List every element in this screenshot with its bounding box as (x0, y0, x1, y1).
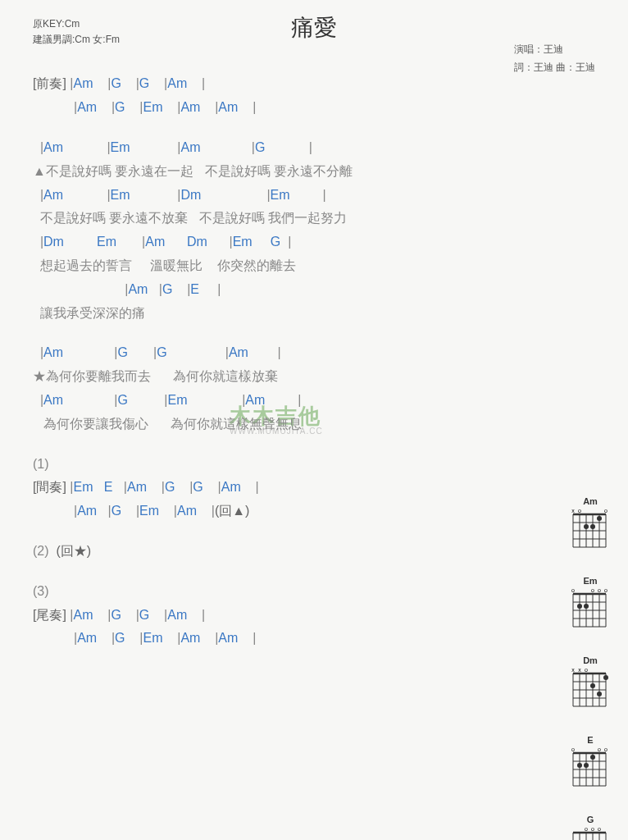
num-2-line: (2) (回★) (33, 540, 595, 564)
chord: Am (229, 345, 248, 359)
lyric: 溫暖無比 (150, 258, 203, 272)
section-2: (2) (回★) (33, 540, 595, 564)
chord: E (104, 480, 113, 494)
svg-point-16 (597, 516, 602, 521)
chord-diagram-g: G ooo (569, 815, 612, 840)
chord: E (190, 282, 199, 296)
chord: Am (77, 504, 97, 518)
verse-chords-3: |Dm Em |Am Dm |Em G | (33, 231, 595, 254)
chord: Em (143, 631, 162, 645)
lyric: 你突然的離去 (217, 258, 296, 272)
num-3: (3) (33, 580, 595, 604)
svg-point-65 (577, 763, 582, 768)
chord: Em (111, 140, 130, 154)
chord: G (193, 480, 203, 494)
chord: G (157, 345, 166, 359)
return-triangle: (回▲) (215, 504, 250, 518)
chord: G (111, 76, 121, 90)
svg-point-48 (590, 683, 595, 688)
intro-section: [前奏] |Am |G |G |Am | |Am |G |Em |Am |Am … (33, 72, 595, 120)
chord: Am (145, 235, 165, 249)
num-2: (2) (33, 544, 49, 558)
chord-diagram-e: E ooo (569, 735, 612, 792)
credits: 演唱：王迪 詞：王迪 曲：王迪 (514, 41, 595, 76)
chord: G (117, 345, 127, 359)
chord: Em (111, 188, 130, 202)
chord: G (139, 76, 149, 90)
lyric: 讓我承受深深的痛 (40, 306, 145, 320)
chorus-section: |Am |G |G |Am | ★為何你要離我而去 為何你就這樣放棄 |Am |… (33, 341, 595, 436)
fretboard-icon: ooo (569, 826, 610, 840)
chord: Am (74, 608, 93, 622)
svg-text:o: o (585, 826, 588, 832)
song-title: 痛愛 (291, 12, 337, 43)
chord: G (115, 100, 125, 114)
num-1: (1) (33, 453, 595, 477)
chord: G (271, 235, 280, 249)
chord: Am (167, 76, 187, 90)
lyric: 不是說好嗎 要永遠不放棄 (40, 211, 188, 225)
chord: Dm (181, 188, 202, 202)
chord: G (115, 631, 125, 645)
chord: Em (139, 504, 159, 518)
chord: Am (43, 140, 63, 154)
svg-text:o: o (571, 746, 575, 752)
chord: Am (180, 100, 200, 114)
chord: Am (181, 140, 201, 154)
chord: Am (43, 393, 63, 407)
svg-text:x: x (571, 667, 575, 673)
chord: Am (127, 480, 147, 494)
header: 原KEY:Cm 建議男調:Cm 女:Fm 痛愛 演唱：王迪 詞：王迪 曲：王迪 (33, 16, 595, 48)
chord: Am (128, 282, 148, 296)
chord: G (117, 393, 127, 407)
svg-text:o: o (598, 826, 601, 832)
verse-lyric-1: ▲不是說好嗎 要永遠在一起 不是說好嗎 要永遠不分離 (33, 160, 595, 184)
chord: Am (167, 608, 187, 622)
chord: Em (143, 100, 162, 114)
chord: Em (97, 235, 116, 249)
chord-diagram-dm: Dm xxo (569, 655, 612, 712)
verse-section: |Am |Em |Am |G | ▲不是說好嗎 要永遠在一起 不是說好嗎 要永遠… (33, 136, 595, 325)
lyric: 為何你就這樣無聲無息 (171, 417, 302, 431)
chorus-lyric-2: 為何你要讓我傷心 為何你就這樣無聲無息 (33, 413, 595, 436)
chord: Em (233, 235, 253, 249)
chord: Am (221, 480, 241, 494)
chord: Am (218, 100, 238, 114)
chord-content: [前奏] |Am |G |G |Am | |Am |G |Em |Am |Am … (33, 72, 595, 651)
chord: G (111, 504, 121, 518)
intro-line-1: [前奏] |Am |G |G |Am | (33, 72, 595, 96)
svg-point-49 (597, 692, 602, 696)
intro-line-2: |Am |G |Em |Am |Am | (33, 96, 595, 120)
svg-text:x: x (578, 667, 581, 673)
chord: G (111, 608, 121, 622)
performer: 演唱：王迪 (514, 41, 595, 59)
svg-text:o: o (604, 508, 608, 514)
svg-text:o: o (591, 826, 594, 832)
diagram-label: Dm (569, 655, 612, 665)
chord: Am (218, 631, 238, 645)
outro-label: [尾奏] (33, 608, 66, 622)
svg-point-66 (584, 763, 589, 768)
lyric: 想起過去的誓言 (40, 258, 132, 272)
chord: Dm (43, 235, 64, 249)
verse-lyric-3: 想起過去的誓言 溫暖無比 你突然的離去 (33, 254, 595, 278)
lyric: 為何你就這樣放棄 (173, 369, 278, 383)
chorus-chords-1: |Am |G |G |Am | (33, 341, 595, 365)
chorus-lyric-1: ★為何你要離我而去 為何你就這樣放棄 (33, 365, 595, 389)
svg-point-67 (590, 755, 595, 760)
intro-label: [前奏] (33, 76, 66, 90)
chord: G (255, 140, 265, 154)
interlude-line-1: [間奏] |Em E |Am |G |G |Am | (33, 476, 595, 500)
lyric: ▲不是說好嗎 要永遠在一起 (33, 164, 193, 178)
chord: Am (180, 631, 200, 645)
return-star: (回★) (56, 544, 91, 558)
lyric: 不是說好嗎 我們一起努力 (199, 211, 347, 225)
outro-section: (3) [尾奏] |Am |G |G |Am | |Am |G |Em |Am … (33, 580, 595, 651)
interlude-section: (1) [間奏] |Em E |Am |G |G |Am | |Am |G |E… (33, 453, 595, 523)
chord: Am (245, 393, 265, 407)
chord: Em (168, 393, 188, 407)
verse-chords-4: |Am |G |E | (33, 278, 595, 302)
svg-text:o: o (598, 587, 601, 593)
chord: Em (271, 188, 290, 202)
lyric: ★為何你要離我而去 (33, 369, 151, 383)
